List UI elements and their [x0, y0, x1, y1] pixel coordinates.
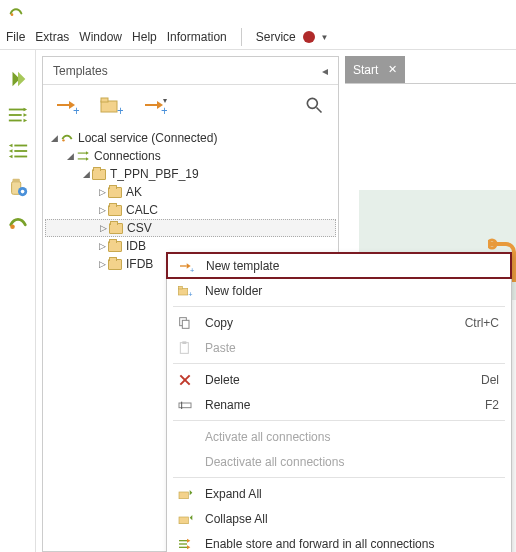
ctx-separator — [173, 306, 505, 307]
svg-text:+: + — [190, 265, 194, 273]
svg-point-24 — [62, 139, 64, 141]
tree-collapse-icon[interactable]: ▷ — [98, 223, 108, 233]
swirl-icon[interactable] — [7, 212, 29, 234]
ctx-deactivate-all: Deactivate all connections — [167, 449, 511, 474]
search-tool-icon[interactable] — [300, 91, 328, 119]
ctx-collapse-all[interactable]: Collapse All — [167, 506, 511, 531]
svg-marker-25 — [86, 151, 89, 155]
tree-item-label: IDB — [126, 239, 146, 253]
tree-item-label: AK — [126, 185, 142, 199]
template-icon[interactable] — [7, 68, 29, 90]
ctx-shortcut: Ctrl+C — [465, 316, 499, 330]
svg-rect-16 — [101, 101, 117, 112]
service-icon — [59, 131, 75, 145]
tree-collapse-icon[interactable]: ▷ — [97, 241, 107, 251]
templates-panel-title: Templates — [53, 64, 108, 78]
tree-folder-csv[interactable]: ▷ CSV — [45, 219, 336, 237]
new-folder-icon: + — [175, 283, 195, 299]
ctx-label: Copy — [205, 316, 233, 330]
app-logo-icon — [8, 4, 24, 20]
rightarrows-icon[interactable] — [7, 104, 29, 126]
ctx-separator — [173, 363, 505, 364]
ctx-label: Activate all connections — [205, 430, 330, 444]
tree-group[interactable]: ◢ T_PPN_PBF_19 — [45, 165, 336, 183]
new-folder-tool-icon[interactable]: + — [97, 91, 125, 119]
tree-collapse-icon[interactable]: ▷ — [97, 259, 107, 269]
expand-icon — [175, 486, 195, 502]
menubar-separator — [241, 28, 242, 46]
svg-marker-26 — [86, 157, 89, 161]
ctx-label: Delete — [205, 373, 240, 387]
svg-rect-35 — [180, 342, 188, 353]
paste-icon — [175, 340, 195, 356]
folder-icon — [107, 239, 123, 253]
ctx-copy[interactable]: Copy Ctrl+C — [167, 310, 511, 335]
svg-rect-41 — [179, 492, 188, 499]
ctx-expand-all[interactable]: Expand All — [167, 481, 511, 506]
tree-expand-icon[interactable]: ◢ — [49, 133, 59, 143]
tree-root-service[interactable]: ◢ Local service (Connected) — [45, 129, 336, 147]
tree-root-label: Local service (Connected) — [78, 131, 217, 145]
jar-gear-icon[interactable] — [7, 176, 29, 198]
svg-marker-3 — [23, 108, 27, 112]
menu-help[interactable]: Help — [132, 30, 157, 44]
svg-line-23 — [317, 108, 322, 113]
ctx-new-template[interactable]: + New template — [166, 252, 512, 279]
ctx-label: Enable store and forward in all connecti… — [205, 537, 434, 551]
menu-file[interactable]: File — [6, 30, 25, 44]
svg-marker-42 — [190, 490, 193, 495]
ctx-activate-all: Activate all connections — [167, 424, 511, 449]
ctx-label: Deactivate all connections — [205, 455, 344, 469]
tab-strip: Start ✕ — [345, 56, 516, 84]
tree-expand-icon[interactable]: ◢ — [81, 169, 91, 179]
menu-service[interactable]: Service ▼ — [256, 30, 329, 44]
new-template-icon: + — [176, 258, 196, 274]
panel-collapse-icon[interactable]: ◂ — [322, 64, 328, 78]
tree-item-label: CALC — [126, 203, 158, 217]
tree-folder-ak[interactable]: ▷ AK — [45, 183, 336, 201]
menu-window[interactable]: Window — [79, 30, 122, 44]
menu-service-label: Service — [256, 30, 296, 44]
svg-rect-39 — [179, 403, 191, 408]
sidebar — [0, 50, 36, 552]
export-tool-icon[interactable]: ▾+ — [141, 91, 169, 119]
svg-text:+: + — [73, 104, 79, 117]
tree-folder-calc[interactable]: ▷ CALC — [45, 201, 336, 219]
svg-rect-17 — [101, 98, 108, 102]
tab-label: Start — [353, 63, 378, 77]
folder-icon — [107, 185, 123, 199]
tab-close-icon[interactable]: ✕ — [388, 63, 397, 76]
svg-text:+: + — [117, 104, 123, 117]
tree-expand-icon[interactable]: ◢ — [65, 151, 75, 161]
tab-start[interactable]: Start ✕ — [345, 56, 405, 83]
svg-rect-10 — [12, 179, 19, 183]
tree-connections[interactable]: ◢ Connections — [45, 147, 336, 165]
ctx-delete[interactable]: Delete Del — [167, 367, 511, 392]
new-template-tool-icon[interactable]: + — [53, 91, 81, 119]
copy-icon — [175, 315, 195, 331]
templates-toolbar: + + ▾+ — [43, 85, 338, 125]
templates-panel-header: Templates ◂ — [43, 57, 338, 85]
tree-group-label: T_PPN_PBF_19 — [110, 167, 199, 181]
svg-marker-5 — [23, 119, 27, 123]
folder-icon — [107, 203, 123, 217]
svg-rect-34 — [182, 320, 189, 328]
svg-rect-43 — [179, 517, 188, 524]
leftarrows-icon[interactable] — [7, 140, 29, 162]
ctx-enable-sf[interactable]: Enable store and forward in all connecti… — [167, 531, 511, 552]
menu-extras[interactable]: Extras — [35, 30, 69, 44]
svg-rect-30 — [178, 288, 187, 295]
svg-text:+: + — [188, 290, 192, 299]
tree-item-label: IFDB — [126, 257, 153, 271]
ctx-label: New template — [206, 259, 279, 273]
ctx-rename[interactable]: Rename F2 — [167, 392, 511, 417]
folder-icon — [108, 221, 124, 235]
ctx-paste: Paste — [167, 335, 511, 360]
tree-collapse-icon[interactable]: ▷ — [97, 187, 107, 197]
ctx-new-folder[interactable]: + New folder — [167, 278, 511, 303]
folder-open-icon — [91, 167, 107, 181]
ctx-label: Expand All — [205, 487, 262, 501]
menu-information[interactable]: Information — [167, 30, 227, 44]
tree-collapse-icon[interactable]: ▷ — [97, 205, 107, 215]
svg-point-12 — [20, 190, 24, 194]
